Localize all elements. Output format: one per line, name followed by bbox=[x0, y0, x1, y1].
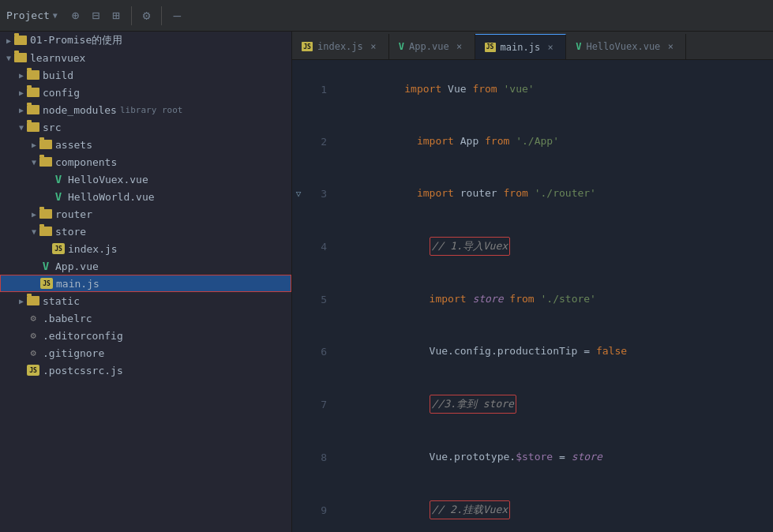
arrow-router: ▶ bbox=[28, 210, 39, 219]
arrow-src: ▼ bbox=[16, 123, 27, 132]
tab-vue-icon-hellovuex: V bbox=[576, 41, 581, 52]
label-store: store bbox=[55, 226, 86, 238]
sidebar: ▶ 01-Promise的使用 ▼ learnvuex ▶ build ▶ co… bbox=[0, 32, 292, 532]
js-icon-postcssrc: JS bbox=[27, 365, 39, 376]
sidebar-item-postcssrc[interactable]: JS .postcssrc.js bbox=[0, 362, 291, 379]
code-line-7: 7 //3.拿到 store bbox=[292, 377, 773, 431]
line-num-5: 5 bbox=[305, 294, 336, 305]
badge-node-modules: library root bbox=[120, 105, 182, 115]
sidebar-item-build[interactable]: ▶ build bbox=[0, 66, 291, 84]
code-line-1: 1 import Vue from 'vue' bbox=[292, 63, 773, 115]
label-learnvuex: learnvuex bbox=[30, 52, 85, 64]
line-content-1: import Vue from 'vue' bbox=[336, 63, 773, 115]
arrow-node-modules: ▶ bbox=[16, 106, 27, 114]
tab-label-app-vue: App.vue bbox=[409, 41, 449, 52]
sidebar-item-static[interactable]: ▶ static bbox=[0, 292, 291, 309]
line-content-5: import store from './store' bbox=[336, 273, 773, 325]
tab-app-vue[interactable]: V App.vue × bbox=[389, 34, 475, 59]
code-line-8: 8 Vue.prototype.$store = store bbox=[292, 431, 773, 483]
label-editorconfig: .editorconfig bbox=[43, 330, 123, 342]
sidebar-item-helloworld[interactable]: V HelloWorld.vue bbox=[0, 188, 291, 205]
code-line-4: 4 // 1.导入Vuex bbox=[292, 219, 773, 273]
collapse-all-icon[interactable]: ⊟ bbox=[87, 5, 104, 26]
code-line-5: 5 import store from './store' bbox=[292, 273, 773, 325]
main-content: ▶ 01-Promise的使用 ▼ learnvuex ▶ build ▶ co… bbox=[0, 32, 773, 532]
project-label: Project bbox=[6, 9, 50, 21]
sidebar-item-store-index[interactable]: JS index.js bbox=[0, 240, 291, 257]
sidebar-item-hellovuex[interactable]: V HelloVuex.vue bbox=[0, 170, 291, 188]
sidebar-item-babelrc[interactable]: ⚙ .babelrc bbox=[0, 309, 291, 327]
config-icon-gitignore: ⚙ bbox=[27, 347, 39, 358]
line-num-2: 2 bbox=[305, 136, 336, 148]
settings-icon[interactable]: ⚙ bbox=[138, 5, 156, 26]
tab-label-main-js: main.js bbox=[501, 42, 541, 53]
tab-hellovuex[interactable]: V HelloVuex.vue × bbox=[566, 34, 686, 59]
line-content-2: import App from './App' bbox=[336, 115, 773, 167]
code-line-3: ▽ 3 import router from './router' bbox=[292, 167, 773, 219]
sidebar-item-config[interactable]: ▶ config bbox=[0, 84, 291, 101]
folder-icon-assets bbox=[39, 140, 52, 149]
tab-index-js[interactable]: JS index.js × bbox=[292, 34, 389, 59]
arrow-learnvuex: ▼ bbox=[3, 54, 14, 62]
code-editor[interactable]: 1 import Vue from 'vue' 2 import App fro… bbox=[292, 60, 773, 532]
expand-all-icon[interactable]: ⊞ bbox=[107, 5, 125, 26]
label-promise: 01-Promise的使用 bbox=[30, 33, 122, 47]
label-babelrc: .babelrc bbox=[43, 313, 92, 324]
tab-main-js[interactable]: JS main.js × bbox=[475, 34, 567, 59]
folder-icon-router bbox=[39, 209, 52, 219]
folder-icon-static bbox=[27, 296, 39, 305]
toolbar-divider bbox=[131, 6, 132, 25]
tab-close-index-js[interactable]: × bbox=[368, 41, 379, 52]
tab-close-main-js[interactable]: × bbox=[545, 42, 556, 53]
sidebar-item-learnvuex[interactable]: ▼ learnvuex bbox=[0, 49, 291, 66]
project-dropdown-icon[interactable]: ▼ bbox=[53, 11, 58, 20]
sidebar-item-src[interactable]: ▼ src bbox=[0, 118, 291, 136]
config-icon-editorconfig: ⚙ bbox=[27, 330, 39, 341]
arrow-promise: ▶ bbox=[3, 36, 14, 45]
editor-area: JS index.js × V App.vue × JS main.js × V… bbox=[292, 32, 773, 532]
folder-icon-config bbox=[27, 88, 39, 97]
add-icon[interactable]: ⊕ bbox=[67, 5, 84, 26]
line-num-9: 9 bbox=[305, 504, 336, 516]
sidebar-item-gitignore[interactable]: ⚙ .gitignore bbox=[0, 344, 291, 362]
sidebar-item-components[interactable]: ▼ components bbox=[0, 153, 291, 170]
minimize-icon[interactable]: — bbox=[168, 5, 186, 26]
sidebar-item-app-vue[interactable]: V App.vue bbox=[0, 257, 291, 275]
vue-icon-app: V bbox=[39, 260, 52, 272]
line-num-8: 8 bbox=[305, 451, 336, 463]
line-content-3: import router from './router' bbox=[336, 167, 773, 219]
tab-close-app-vue[interactable]: × bbox=[454, 41, 465, 52]
label-components: components bbox=[55, 156, 117, 168]
sidebar-item-promise[interactable]: ▶ 01-Promise的使用 bbox=[0, 32, 291, 49]
line-num-4: 4 bbox=[305, 241, 336, 253]
vue-icon-hellovuex: V bbox=[52, 174, 65, 185]
arrow-static: ▶ bbox=[16, 297, 27, 305]
folder-icon-node-modules bbox=[27, 105, 39, 114]
project-title: Project ▼ bbox=[6, 9, 58, 21]
line-num-1: 1 bbox=[305, 84, 336, 96]
folder-icon-build bbox=[27, 70, 39, 80]
label-gitignore: .gitignore bbox=[43, 347, 104, 359]
sidebar-item-editorconfig[interactable]: ⚙ .editorconfig bbox=[0, 327, 291, 344]
label-assets: assets bbox=[55, 139, 92, 151]
sidebar-item-main-js[interactable]: JS main.js bbox=[0, 275, 291, 292]
folder-icon-src bbox=[27, 122, 39, 132]
vue-icon-helloworld: V bbox=[52, 191, 65, 202]
arrow-config: ▶ bbox=[16, 88, 27, 97]
sidebar-item-router[interactable]: ▶ router bbox=[0, 205, 291, 223]
folder-icon-learnvuex bbox=[14, 53, 27, 62]
line-content-7: //3.拿到 store bbox=[336, 377, 773, 431]
sidebar-item-node-modules[interactable]: ▶ node_modules library root bbox=[0, 101, 291, 118]
line-num-7: 7 bbox=[305, 399, 336, 410]
code-line-9: 9 // 2.挂载Vuex bbox=[292, 483, 773, 532]
js-icon-main: JS bbox=[40, 278, 53, 289]
label-helloworld: HelloWorld.vue bbox=[68, 191, 155, 203]
sidebar-item-store[interactable]: ▼ store bbox=[0, 223, 291, 240]
js-icon-store-index: JS bbox=[52, 243, 65, 254]
arrow-components: ▼ bbox=[28, 158, 39, 167]
label-app-vue: App.vue bbox=[55, 260, 99, 272]
label-store-index: index.js bbox=[68, 243, 118, 255]
tab-vue-icon-app: V bbox=[399, 41, 404, 52]
tab-close-hellovuex[interactable]: × bbox=[665, 41, 676, 52]
sidebar-item-assets[interactable]: ▶ assets bbox=[0, 136, 291, 153]
